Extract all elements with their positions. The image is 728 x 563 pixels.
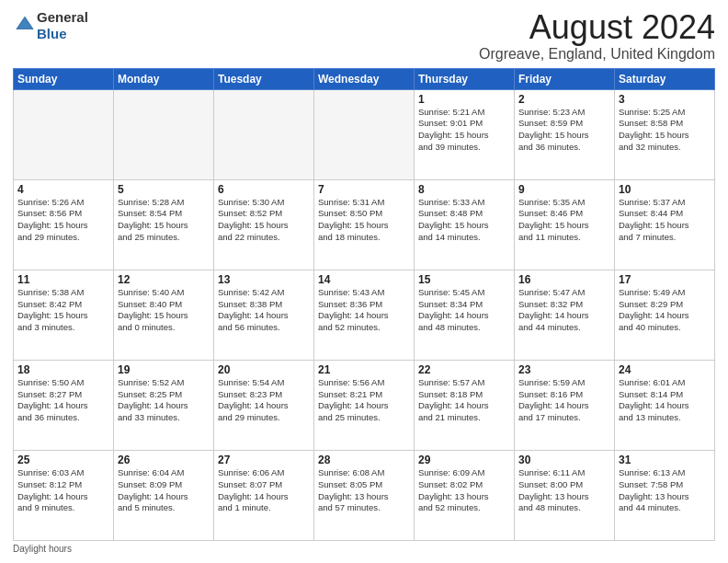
calendar-cell: 17Sunrise: 5:49 AM Sunset: 8:29 PM Dayli…	[615, 270, 715, 360]
calendar-week-3: 11Sunrise: 5:38 AM Sunset: 8:42 PM Dayli…	[14, 270, 715, 360]
day-number: 8	[418, 183, 510, 196]
day-number: 29	[418, 454, 510, 466]
calendar-cell: 19Sunrise: 5:52 AM Sunset: 8:25 PM Dayli…	[114, 360, 214, 450]
day-info: Sunrise: 5:50 AM Sunset: 8:27 PM Dayligh…	[17, 377, 109, 424]
calendar-cell	[114, 89, 214, 179]
weekday-sunday: Sunday	[14, 68, 114, 89]
day-info: Sunrise: 5:35 AM Sunset: 8:46 PM Dayligh…	[518, 197, 610, 244]
calendar-cell: 11Sunrise: 5:38 AM Sunset: 8:42 PM Dayli…	[14, 270, 114, 360]
calendar-cell: 8Sunrise: 5:33 AM Sunset: 8:48 PM Daylig…	[415, 179, 515, 270]
day-info: Sunrise: 6:01 AM Sunset: 8:14 PM Dayligh…	[619, 377, 711, 424]
day-info: Sunrise: 5:26 AM Sunset: 8:56 PM Dayligh…	[17, 197, 109, 244]
day-info: Sunrise: 5:59 AM Sunset: 8:16 PM Dayligh…	[518, 377, 610, 424]
day-number: 2	[518, 93, 610, 106]
calendar-cell: 27Sunrise: 6:06 AM Sunset: 8:07 PM Dayli…	[214, 450, 314, 540]
logo-blue-text: Blue	[37, 26, 67, 41]
calendar-cell: 20Sunrise: 5:54 AM Sunset: 8:23 PM Dayli…	[214, 360, 314, 450]
day-number: 20	[218, 363, 310, 376]
calendar-cell: 30Sunrise: 6:11 AM Sunset: 8:00 PM Dayli…	[515, 450, 615, 540]
day-info: Sunrise: 6:13 AM Sunset: 7:58 PM Dayligh…	[619, 467, 711, 514]
calendar-cell: 18Sunrise: 5:50 AM Sunset: 8:27 PM Dayli…	[14, 360, 114, 450]
day-info: Sunrise: 5:38 AM Sunset: 8:42 PM Dayligh…	[17, 287, 109, 334]
calendar-cell: 23Sunrise: 5:59 AM Sunset: 8:16 PM Dayli…	[515, 360, 615, 450]
calendar-cell: 15Sunrise: 5:45 AM Sunset: 8:34 PM Dayli…	[415, 270, 515, 360]
calendar-table: SundayMondayTuesdayWednesdayThursdayFrid…	[13, 68, 715, 541]
logo: General Blue	[13, 9, 88, 42]
calendar-week-5: 25Sunrise: 6:03 AM Sunset: 8:12 PM Dayli…	[14, 450, 715, 540]
day-info: Sunrise: 5:33 AM Sunset: 8:48 PM Dayligh…	[418, 197, 510, 244]
day-number: 24	[619, 363, 711, 376]
day-info: Sunrise: 5:45 AM Sunset: 8:34 PM Dayligh…	[418, 287, 510, 334]
day-number: 5	[118, 183, 210, 196]
day-info: Sunrise: 5:23 AM Sunset: 8:59 PM Dayligh…	[518, 107, 610, 154]
calendar-cell: 28Sunrise: 6:08 AM Sunset: 8:05 PM Dayli…	[314, 450, 415, 540]
day-info: Sunrise: 5:57 AM Sunset: 8:18 PM Dayligh…	[418, 377, 510, 424]
calendar-title: August 2024	[479, 9, 715, 46]
footer-note: Daylight hours	[13, 544, 715, 554]
day-number: 21	[318, 363, 410, 376]
calendar-cell: 22Sunrise: 5:57 AM Sunset: 8:18 PM Dayli…	[415, 360, 515, 450]
day-number: 12	[118, 273, 210, 286]
day-number: 19	[118, 363, 210, 376]
weekday-saturday: Saturday	[615, 68, 715, 89]
day-info: Sunrise: 5:56 AM Sunset: 8:21 PM Dayligh…	[318, 377, 410, 424]
header: General Blue August 2024 Orgreave, Engla…	[13, 9, 715, 63]
weekday-friday: Friday	[515, 68, 615, 89]
page: General Blue August 2024 Orgreave, Engla…	[0, 0, 728, 563]
day-number: 4	[17, 183, 109, 196]
title-block: August 2024 Orgreave, England, United Ki…	[479, 9, 715, 63]
day-number: 3	[619, 93, 711, 106]
calendar-cell: 14Sunrise: 5:43 AM Sunset: 8:36 PM Dayli…	[314, 270, 415, 360]
day-info: Sunrise: 5:42 AM Sunset: 8:38 PM Dayligh…	[218, 287, 310, 334]
calendar-cell	[14, 89, 114, 179]
day-info: Sunrise: 5:25 AM Sunset: 8:58 PM Dayligh…	[619, 107, 711, 154]
calendar-cell: 1Sunrise: 5:21 AM Sunset: 9:01 PM Daylig…	[415, 89, 515, 179]
day-number: 1	[418, 93, 510, 106]
logo-general-text: General	[37, 9, 88, 25]
calendar-cell: 9Sunrise: 5:35 AM Sunset: 8:46 PM Daylig…	[515, 179, 615, 270]
calendar-week-4: 18Sunrise: 5:50 AM Sunset: 8:27 PM Dayli…	[14, 360, 715, 450]
day-info: Sunrise: 5:37 AM Sunset: 8:44 PM Dayligh…	[619, 197, 711, 244]
calendar-cell: 4Sunrise: 5:26 AM Sunset: 8:56 PM Daylig…	[14, 179, 114, 270]
calendar-cell: 29Sunrise: 6:09 AM Sunset: 8:02 PM Dayli…	[415, 450, 515, 540]
day-info: Sunrise: 6:03 AM Sunset: 8:12 PM Dayligh…	[17, 467, 109, 514]
weekday-header-row: SundayMondayTuesdayWednesdayThursdayFrid…	[14, 68, 715, 89]
day-number: 28	[318, 454, 410, 466]
weekday-monday: Monday	[114, 68, 214, 89]
calendar-week-1: 1Sunrise: 5:21 AM Sunset: 9:01 PM Daylig…	[14, 89, 715, 179]
calendar-cell: 25Sunrise: 6:03 AM Sunset: 8:12 PM Dayli…	[14, 450, 114, 540]
day-info: Sunrise: 5:52 AM Sunset: 8:25 PM Dayligh…	[118, 377, 210, 424]
logo-icon	[15, 14, 35, 34]
day-number: 6	[218, 183, 310, 196]
day-info: Sunrise: 5:21 AM Sunset: 9:01 PM Dayligh…	[418, 107, 510, 154]
day-number: 16	[518, 273, 610, 286]
calendar-cell: 21Sunrise: 5:56 AM Sunset: 8:21 PM Dayli…	[314, 360, 415, 450]
calendar-cell	[314, 89, 415, 179]
day-number: 31	[619, 454, 711, 466]
day-info: Sunrise: 6:09 AM Sunset: 8:02 PM Dayligh…	[418, 467, 510, 514]
day-info: Sunrise: 5:31 AM Sunset: 8:50 PM Dayligh…	[318, 197, 410, 244]
calendar-cell: 26Sunrise: 6:04 AM Sunset: 8:09 PM Dayli…	[114, 450, 214, 540]
day-number: 26	[118, 454, 210, 466]
day-number: 15	[418, 273, 510, 286]
day-number: 11	[17, 273, 109, 286]
calendar-cell: 2Sunrise: 5:23 AM Sunset: 8:59 PM Daylig…	[515, 89, 615, 179]
day-number: 17	[619, 273, 711, 286]
day-info: Sunrise: 5:49 AM Sunset: 8:29 PM Dayligh…	[619, 287, 711, 334]
weekday-tuesday: Tuesday	[214, 68, 314, 89]
day-number: 22	[418, 363, 510, 376]
day-info: Sunrise: 5:30 AM Sunset: 8:52 PM Dayligh…	[218, 197, 310, 244]
calendar-location: Orgreave, England, United Kingdom	[479, 46, 715, 63]
calendar-week-2: 4Sunrise: 5:26 AM Sunset: 8:56 PM Daylig…	[14, 179, 715, 270]
day-info: Sunrise: 5:47 AM Sunset: 8:32 PM Dayligh…	[518, 287, 610, 334]
day-number: 10	[619, 183, 711, 196]
day-number: 18	[17, 363, 109, 376]
calendar-cell: 31Sunrise: 6:13 AM Sunset: 7:58 PM Dayli…	[615, 450, 715, 540]
calendar-cell	[214, 89, 314, 179]
day-number: 25	[17, 454, 109, 466]
day-info: Sunrise: 6:11 AM Sunset: 8:00 PM Dayligh…	[518, 467, 610, 514]
day-number: 27	[218, 454, 310, 466]
day-info: Sunrise: 5:40 AM Sunset: 8:40 PM Dayligh…	[118, 287, 210, 334]
calendar-cell: 3Sunrise: 5:25 AM Sunset: 8:58 PM Daylig…	[615, 89, 715, 179]
calendar-cell: 12Sunrise: 5:40 AM Sunset: 8:40 PM Dayli…	[114, 270, 214, 360]
